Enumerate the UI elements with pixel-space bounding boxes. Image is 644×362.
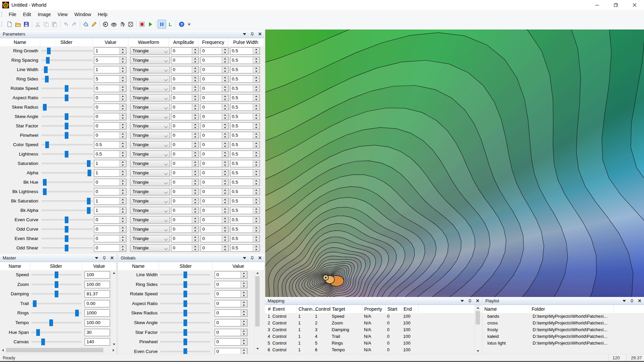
spinner-buttons[interactable] bbox=[221, 113, 228, 120]
master-value-input[interactable]: 81.37 bbox=[85, 290, 110, 298]
param-value-input[interactable]: 5 bbox=[94, 75, 126, 83]
param-slider[interactable] bbox=[42, 206, 93, 215]
frequency-input[interactable]: 0 bbox=[201, 179, 229, 186]
spinner-buttons[interactable] bbox=[253, 217, 260, 223]
globals-value-input[interactable]: 0 bbox=[215, 281, 248, 288]
spinner-buttons[interactable] bbox=[192, 48, 199, 54]
spinner-buttons[interactable] bbox=[119, 132, 126, 139]
spin-up-button[interactable] bbox=[222, 189, 228, 191]
param-value-input[interactable]: 0 bbox=[94, 85, 126, 92]
spin-up-button[interactable] bbox=[222, 48, 228, 51]
slider-thumb[interactable] bbox=[183, 272, 187, 278]
scrollbar-thumb[interactable] bbox=[255, 276, 260, 326]
column-header[interactable]: # bbox=[266, 305, 271, 313]
spin-up-button[interactable] bbox=[120, 207, 126, 210]
pulse-width-input[interactable]: 0.5 bbox=[230, 207, 260, 214]
spin-down-button[interactable] bbox=[253, 192, 259, 195]
param-slider[interactable] bbox=[42, 149, 93, 159]
spin-down-button[interactable] bbox=[120, 192, 126, 195]
spinner-buttons[interactable] bbox=[253, 170, 260, 176]
pulse-width-input[interactable]: 0.5 bbox=[230, 122, 260, 130]
spinner-buttons[interactable] bbox=[253, 48, 260, 54]
spinner-buttons[interactable] bbox=[253, 188, 260, 195]
rotate-button[interactable] bbox=[101, 20, 110, 28]
spin-down-button[interactable] bbox=[192, 239, 198, 242]
spin-down-button[interactable] bbox=[192, 79, 198, 82]
frequency-input[interactable]: 0 bbox=[201, 94, 229, 102]
spinner-buttons[interactable] bbox=[221, 198, 228, 204]
frequency-input[interactable]: 0 bbox=[201, 57, 229, 64]
slider-thumb[interactable] bbox=[43, 188, 47, 195]
spinner-buttons[interactable] bbox=[119, 160, 126, 167]
spin-down-button[interactable] bbox=[253, 98, 259, 101]
spin-down-button[interactable] bbox=[120, 136, 126, 138]
letter-l-button[interactable]: L bbox=[166, 20, 174, 28]
pulse-width-input[interactable]: 0.5 bbox=[230, 85, 260, 92]
spin-up-button[interactable] bbox=[253, 67, 259, 69]
master-slider[interactable] bbox=[32, 318, 81, 327]
panel-close-button[interactable]: ✕ bbox=[110, 256, 114, 260]
spin-up-button[interactable] bbox=[222, 151, 228, 154]
spin-down-button[interactable] bbox=[253, 126, 259, 129]
frequency-input[interactable]: 0 bbox=[201, 132, 229, 139]
spinner-buttons[interactable] bbox=[192, 207, 199, 214]
spin-up-button[interactable] bbox=[192, 198, 198, 201]
spinner-buttons[interactable] bbox=[192, 132, 199, 139]
panel-pin-button[interactable] bbox=[468, 299, 472, 303]
spinner-buttons[interactable] bbox=[119, 123, 126, 129]
param-slider[interactable] bbox=[42, 178, 93, 187]
spinner-buttons[interactable] bbox=[192, 188, 199, 195]
param-value-input[interactable]: 1 bbox=[94, 66, 126, 73]
spinner-buttons[interactable] bbox=[192, 57, 199, 64]
spinner-buttons[interactable] bbox=[240, 310, 247, 316]
spinner-buttons[interactable] bbox=[221, 217, 228, 223]
slider-thumb[interactable] bbox=[65, 95, 68, 101]
spinner-buttons[interactable] bbox=[253, 104, 260, 111]
globals-value-input[interactable]: 0 bbox=[215, 290, 248, 298]
open-button[interactable] bbox=[14, 20, 22, 28]
spin-up-button[interactable] bbox=[192, 217, 198, 220]
spin-down-button[interactable] bbox=[120, 220, 126, 223]
spin-down-button[interactable] bbox=[222, 117, 228, 120]
pulse-width-input[interactable]: 0.5 bbox=[230, 57, 260, 64]
spin-up-button[interactable] bbox=[120, 236, 126, 238]
frequency-input[interactable]: 0 bbox=[201, 113, 229, 120]
pulse-width-input[interactable]: 0.5 bbox=[230, 244, 260, 252]
waveform-select[interactable]: Triangle bbox=[130, 244, 170, 252]
param-value-input[interactable]: 0 bbox=[94, 244, 126, 252]
waveform-select[interactable]: Triangle bbox=[130, 216, 170, 224]
waveform-select[interactable]: Triangle bbox=[130, 235, 170, 242]
param-value-input[interactable]: 0 bbox=[94, 235, 126, 242]
pulse-width-input[interactable]: 0.5 bbox=[230, 47, 260, 55]
frequency-input[interactable]: 0 bbox=[201, 122, 229, 130]
panel-close-button[interactable]: ✕ bbox=[258, 32, 262, 37]
spin-down-button[interactable] bbox=[192, 192, 198, 195]
spin-up-button[interactable] bbox=[120, 198, 126, 201]
master-slider[interactable] bbox=[32, 299, 81, 308]
panel-pin-button[interactable] bbox=[250, 256, 255, 260]
spin-down-button[interactable] bbox=[253, 79, 259, 82]
spinner-buttons[interactable] bbox=[253, 113, 260, 120]
spin-down-button[interactable] bbox=[222, 126, 228, 129]
playlist-row[interactable]: bandsD:\temp\MyProjects\Whorld\Patches\.… bbox=[483, 313, 644, 320]
spinner-buttons[interactable] bbox=[192, 235, 199, 242]
amplitude-input[interactable]: 0 bbox=[171, 122, 199, 130]
spin-down-button[interactable] bbox=[192, 155, 198, 157]
spinner-buttons[interactable] bbox=[192, 151, 199, 158]
param-value-input[interactable]: 0 bbox=[94, 113, 126, 120]
param-value-input[interactable]: 0 bbox=[94, 179, 126, 186]
amplitude-input[interactable]: 0 bbox=[171, 216, 199, 224]
spin-down-button[interactable] bbox=[120, 173, 126, 176]
spin-up-button[interactable] bbox=[192, 67, 198, 69]
spin-down-button[interactable] bbox=[222, 164, 228, 167]
spin-up-button[interactable] bbox=[253, 142, 259, 144]
frequency-input[interactable]: 0 bbox=[201, 169, 229, 177]
spin-up-button[interactable] bbox=[253, 48, 259, 51]
spinner-buttons[interactable] bbox=[221, 245, 228, 251]
master-value-input[interactable]: 1000 bbox=[85, 309, 110, 317]
spin-up-button[interactable] bbox=[222, 161, 228, 163]
spin-down-button[interactable] bbox=[120, 239, 126, 242]
slider-thumb[interactable] bbox=[65, 151, 68, 158]
frequency-input[interactable]: 0 bbox=[201, 188, 229, 195]
param-value-input[interactable]: 5 bbox=[94, 57, 126, 64]
